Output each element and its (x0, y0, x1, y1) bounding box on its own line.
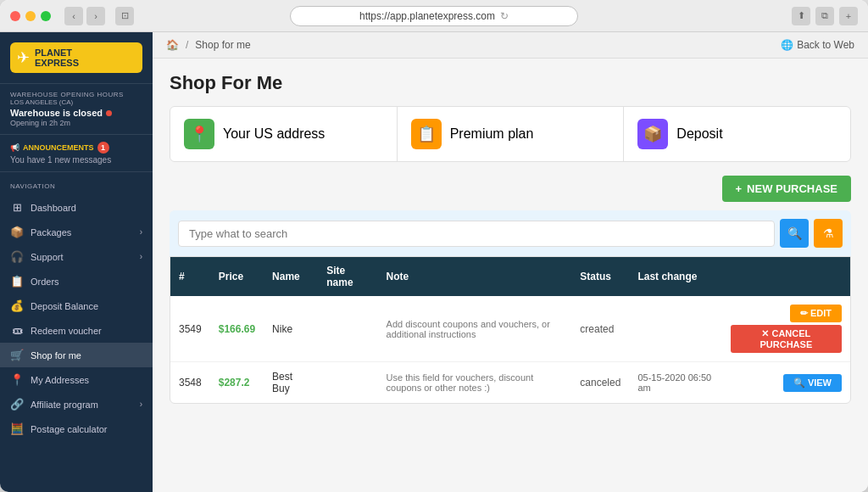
close-button[interactable] (10, 11, 20, 21)
logo-area: ✈ PLANET EXPRESS (0, 32, 153, 84)
orders-icon: 📋 (10, 275, 24, 288)
url-text: https://app.planetexpress.com (359, 10, 495, 22)
sidebar-item-label: Postage calculator (31, 424, 108, 434)
page-title: Shop For Me (170, 72, 851, 94)
deposit-icon: 💰 (10, 299, 24, 312)
info-cards: 📍 Your US address 📋 Premium plan 📦 Depos… (170, 106, 851, 162)
view-button[interactable]: 🔍 VIEW (783, 374, 842, 392)
table-row: 3549 $166.69 Nike Add discount coupons a… (170, 296, 850, 362)
cell-actions: 🔍 VIEW (722, 362, 850, 404)
logo: ✈ PLANET EXPRESS (10, 42, 142, 73)
new-purchase-button[interactable]: + NEW PURCHASE (722, 176, 852, 202)
cell-last-change (629, 296, 721, 362)
col-header-name: Name (264, 257, 318, 296)
page-content: Shop For Me 📍 Your US address 📋 Premium … (153, 59, 868, 417)
address-bar[interactable]: https://app.planetexpress.com ↻ (290, 6, 578, 26)
main-layout: ✈ PLANET EXPRESS WAREHOUSE OPENING HOURS… (0, 32, 868, 492)
info-card-premium[interactable]: 📋 Premium plan (398, 107, 625, 161)
sidebar-item-affiliate[interactable]: 🔗 Affiliate program › (0, 392, 153, 417)
search-button[interactable]: 🔍 (780, 219, 809, 248)
chevron-right-icon: › (140, 227, 142, 237)
duplicate-button[interactable]: ⧉ (815, 7, 834, 25)
announcements-badge: 1 (97, 142, 109, 154)
sidebar-item-shop-for-me[interactable]: 🛒 Shop for me (0, 343, 153, 367)
sidebar-item-orders[interactable]: 📋 Orders (0, 269, 153, 294)
search-bar: 🔍 ⚗ (170, 210, 851, 256)
home-icon[interactable]: 🏠 (166, 39, 179, 51)
sidebar-item-postage-calculator[interactable]: 🧮 Postage calculator (0, 417, 153, 441)
announcements-label: 📢 ANNOUNCEMENTS 1 (10, 142, 142, 154)
cell-last-change: 05-15-2020 06:50 am (629, 362, 721, 404)
col-header-id: # (170, 257, 210, 296)
sidebar-item-label: Orders (31, 277, 59, 287)
warehouse-info: WAREHOUSE OPENING HOURS LOS ANGELES (CA)… (0, 84, 153, 135)
add-tab-button[interactable]: + (839, 7, 858, 25)
cell-id: 3549 (170, 296, 210, 362)
breadcrumb-separator: / (186, 39, 188, 51)
logo-text: PLANET EXPRESS (35, 48, 79, 68)
toolbar: + NEW PURCHASE (170, 176, 851, 202)
sidebar-item-label: My Addresses (31, 375, 89, 385)
minimize-button[interactable] (25, 11, 36, 21)
action-group: 🔍 VIEW (731, 374, 842, 392)
col-header-site: Site name (318, 257, 377, 296)
address-card-label: Your US address (223, 126, 325, 142)
tab-icon[interactable]: ⊡ (115, 7, 134, 25)
plus-icon: + (736, 182, 743, 195)
sidebar-item-deposit-balance[interactable]: 💰 Deposit Balance (0, 294, 153, 318)
sidebar-item-redeem-voucher[interactable]: 🎟 Redeem voucher (0, 318, 153, 343)
opening-time: Opening in 2h 2m (10, 119, 142, 127)
sidebar-item-my-addresses[interactable]: 📍 My Addresses (0, 367, 153, 392)
sidebar-item-label: Redeem voucher (31, 326, 102, 336)
sidebar-item-label: Support (31, 252, 64, 262)
cell-price: $166.69 (210, 296, 264, 362)
forward-button[interactable]: › (86, 7, 105, 25)
cell-price: $287.2 (210, 362, 264, 404)
megaphone-icon: 📢 (10, 143, 19, 152)
sidebar-item-label: Affiliate program (31, 400, 98, 410)
cancel-purchase-button[interactable]: ✕ CANCEL PURCHASE (731, 325, 842, 353)
dashboard-icon: ⊞ (10, 201, 24, 214)
chevron-right-icon: › (140, 252, 142, 261)
back-button[interactable]: ‹ (64, 7, 83, 25)
sidebar-item-packages[interactable]: 📦 Packages › (0, 220, 153, 244)
edit-button[interactable]: ✏ EDIT (790, 305, 842, 322)
sidebar-item-label: Shop for me (31, 350, 81, 361)
back-to-web-button[interactable]: 🌐 Back to Web (781, 39, 854, 51)
warehouse-label: WAREHOUSE OPENING HOURS (10, 91, 142, 98)
calculator-icon: 🧮 (10, 422, 24, 435)
share-button[interactable]: ⬆ (792, 7, 810, 25)
sidebar: ✈ PLANET EXPRESS WAREHOUSE OPENING HOURS… (0, 32, 153, 492)
cell-id: 3548 (170, 362, 210, 404)
sidebar-item-support[interactable]: 🎧 Support › (0, 244, 153, 269)
sidebar-item-label: Packages (31, 227, 71, 238)
titlebar: ‹ › ⊡ https://app.planetexpress.com ↻ ⬆ … (0, 0, 868, 32)
cell-status: canceled (571, 362, 629, 404)
sidebar-item-label: Dashboard (31, 203, 76, 213)
col-header-actions (722, 257, 850, 296)
info-card-address[interactable]: 📍 Your US address (170, 107, 398, 161)
breadcrumb-current: Shop for me (195, 39, 250, 51)
voucher-icon: 🎟 (10, 324, 24, 337)
globe-icon: 🌐 (781, 39, 793, 51)
refresh-icon[interactable]: ↻ (500, 10, 509, 22)
cell-name: Nike (264, 296, 318, 362)
logo-icon: ✈ (17, 48, 30, 67)
content-area: 🏠 / Shop for me 🌐 Back to Web Shop For M… (153, 32, 868, 492)
filter-button[interactable]: ⚗ (814, 219, 843, 248)
cell-status: created (571, 296, 629, 362)
address-card-icon: 📍 (184, 119, 214, 149)
info-card-deposit[interactable]: 📦 Deposit (624, 107, 850, 161)
premium-card-icon: 📋 (411, 119, 442, 149)
cell-site (318, 362, 377, 404)
sidebar-item-label: Deposit Balance (31, 301, 98, 311)
deposit-card-icon: 📦 (637, 119, 668, 149)
announcements: 📢 ANNOUNCEMENTS 1 You have 1 new message… (0, 135, 153, 172)
search-input[interactable] (178, 221, 775, 247)
col-header-note: Note (378, 257, 572, 296)
maximize-button[interactable] (41, 11, 51, 21)
announcements-message: You have 1 new messages (10, 155, 142, 165)
shop-icon: 🛒 (10, 349, 24, 361)
sidebar-item-dashboard[interactable]: ⊞ Dashboard (0, 195, 153, 220)
purchases-table: # Price Name Site name Note Status Last … (170, 256, 851, 404)
